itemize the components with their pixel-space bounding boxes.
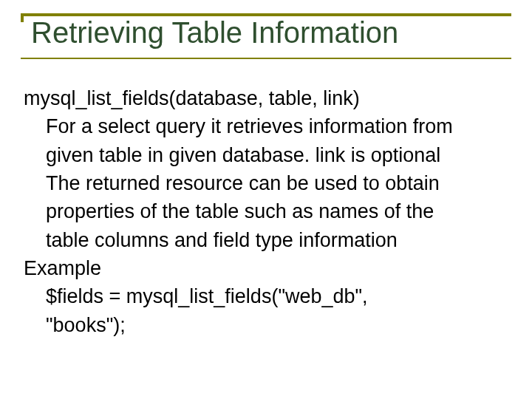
example-label: Example — [24, 254, 511, 282]
function-signature: mysql_list_fields(database, table, link) — [24, 84, 511, 112]
slide-body: mysql_list_fields(database, table, link)… — [21, 84, 511, 339]
description-line: table columns and field type information — [24, 226, 511, 254]
example-code-line: "books"); — [24, 311, 511, 339]
slide-title: Retrieving Table Information — [31, 16, 511, 49]
title-container: Retrieving Table Information — [21, 13, 511, 59]
description-line: given table in given database. link is o… — [24, 141, 511, 169]
description-line: The returned resource can be used to obt… — [24, 169, 511, 197]
description-line: For a select query it retrieves informat… — [24, 112, 511, 140]
description-line: properties of the table such as names of… — [24, 197, 511, 225]
slide: Retrieving Table Information mysql_list_… — [0, 0, 532, 399]
example-code-line: $fields = mysql_list_fields("web_db", — [24, 282, 511, 310]
